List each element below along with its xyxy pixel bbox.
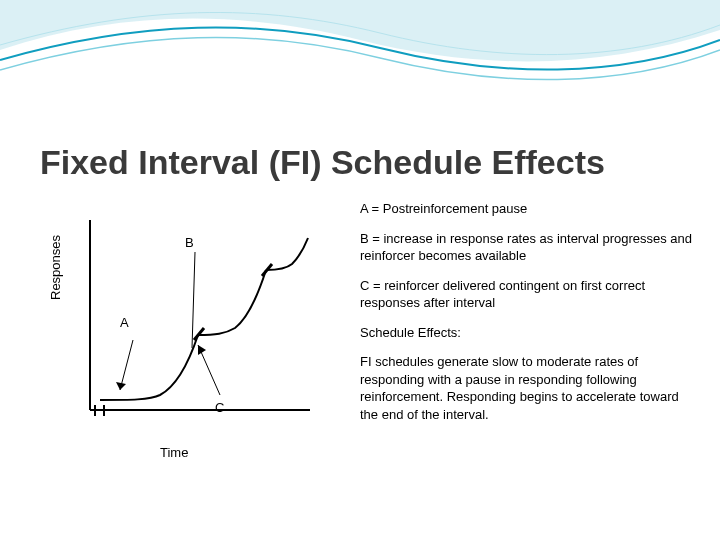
pointer-b [192, 252, 195, 348]
x-axis-label: Time [160, 445, 188, 460]
chart-column: Responses B A [0, 200, 360, 500]
content-area: Responses B A [0, 200, 720, 500]
curve-segment-1 [100, 335, 198, 400]
chart-label-a: A [120, 315, 129, 330]
explanation-column: A = Postreinforcement pause B = increase… [360, 200, 700, 500]
legend-c: C = reinforcer delivered contingent on f… [360, 277, 700, 312]
wave-decoration [0, 0, 720, 110]
effects-body: FI schedules generate slow to moderate r… [360, 353, 700, 423]
legend-a: A = Postreinforcement pause [360, 200, 700, 218]
legend-b: B = increase in response rates as interv… [360, 230, 700, 265]
chart-label-b: B [185, 235, 194, 250]
pointer-a [120, 340, 133, 390]
arrowhead-a [116, 382, 126, 390]
curve-segment-2 [198, 270, 266, 335]
page-title: Fixed Interval (FI) Schedule Effects [40, 143, 605, 182]
chart-label-c: C [215, 400, 224, 415]
effects-heading: Schedule Effects: [360, 324, 700, 342]
